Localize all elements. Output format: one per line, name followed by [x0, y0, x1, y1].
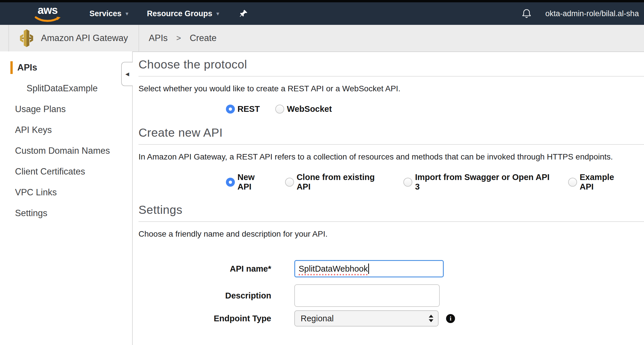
account-menu[interactable]: okta-admin-role/bilal.al-sha: [545, 9, 639, 18]
api-name-label: API name*: [138, 264, 294, 274]
section-title-settings: Settings: [138, 203, 644, 217]
sidebar: APIs SplitDataExample Usage Plans API Ke…: [0, 51, 133, 345]
sidebar-item-label: Settings: [15, 208, 47, 218]
radio-unselected-icon: [285, 178, 294, 187]
section-divider: [138, 221, 644, 222]
select-stepper-icon: [429, 315, 433, 322]
nav-right-group: okta-admin-role/bilal.al-sha: [521, 2, 639, 25]
radio-example-api[interactable]: Example API: [568, 172, 628, 192]
sidebar-item-label: Client Certificates: [15, 166, 85, 177]
radio-label: New API: [237, 172, 269, 192]
section-description: Choose a friendly name and description f…: [138, 229, 644, 239]
sidebar-item-label: Usage Plans: [15, 104, 66, 114]
aws-console-screen: aws Services ▾ Resource Groups ▾ okta-ad…: [0, 0, 644, 345]
text-cursor: [368, 264, 369, 274]
breadcrumb-separator: >: [176, 34, 181, 43]
radio-unselected-icon: [568, 178, 577, 187]
nav-menu-resource-groups-label: Resource Groups: [147, 9, 212, 18]
sidebar-item-label: Custom Domain Names: [15, 146, 110, 156]
api-name-input[interactable]: SplitDataWebhook: [294, 260, 444, 277]
chevron-left-icon: ◀: [125, 72, 129, 77]
main-content: Choose the protocol Select whether you w…: [133, 51, 644, 345]
api-gateway-icon: [18, 29, 35, 47]
radio-selected-icon: [226, 178, 235, 187]
sidebar-item-settings[interactable]: Settings: [0, 203, 132, 224]
section-description: In Amazon API Gateway, a REST API refers…: [138, 152, 644, 162]
radio-label: REST: [237, 104, 260, 114]
radio-websocket[interactable]: WebSocket: [275, 104, 332, 114]
radio-unselected-icon: [275, 105, 284, 114]
radio-label: Clone from existing API: [297, 172, 388, 192]
radio-rest[interactable]: REST: [226, 104, 260, 114]
sidebar-item-apis[interactable]: APIs: [0, 57, 132, 78]
section-divider: [138, 76, 644, 77]
description-input[interactable]: [294, 284, 440, 307]
service-home[interactable]: Amazon API Gateway: [8, 25, 139, 51]
sidebar-item-usage-plans[interactable]: Usage Plans: [0, 99, 132, 120]
api-source-radio-group: New API Clone from existing API Import f…: [226, 172, 644, 192]
endpoint-type-row: Endpoint Type Regional i: [138, 310, 644, 327]
sidebar-item-custom-domain-names[interactable]: Custom Domain Names: [0, 140, 132, 161]
sidebar-item-vpc-links[interactable]: VPC Links: [0, 182, 132, 203]
sidebar-item-label: APIs: [17, 62, 37, 73]
api-name-value: SplitDataWebhook: [299, 264, 368, 274]
sidebar-item-client-certificates[interactable]: Client Certificates: [0, 161, 132, 182]
sidebar-list: APIs SplitDataExample Usage Plans API Ke…: [0, 51, 132, 224]
sidebar-item-label: SplitDataExample: [27, 83, 98, 94]
breadcrumb-current-create: Create: [190, 33, 216, 43]
radio-label: Example API: [580, 172, 628, 192]
top-navbar: aws Services ▾ Resource Groups ▾ okta-ad…: [0, 2, 644, 25]
sidebar-item-label: VPC Links: [15, 187, 57, 198]
aws-smile-swoosh-icon: [35, 16, 61, 23]
chevron-down-icon: ▾: [216, 10, 219, 17]
sidebar-item-api-keys[interactable]: API Keys: [0, 120, 132, 140]
radio-new-api[interactable]: New API: [226, 172, 269, 192]
sidebar-item-splitdataexample[interactable]: SplitDataExample: [0, 78, 132, 99]
nav-menu-services[interactable]: Services ▾: [89, 9, 128, 18]
endpoint-type-value: Regional: [301, 314, 334, 323]
nav-menu-resource-groups[interactable]: Resource Groups ▾: [147, 9, 219, 18]
radio-import-from-swagger[interactable]: Import from Swagger or Open API 3: [403, 172, 553, 192]
section-description: Select whether you would like to create …: [138, 84, 644, 93]
description-row: Description: [138, 284, 644, 307]
section-divider: [138, 144, 644, 145]
active-indicator-bar: [10, 61, 13, 74]
api-name-row: API name* SplitDataWebhook: [138, 260, 644, 277]
chevron-down-icon: ▾: [126, 10, 128, 17]
radio-label: WebSocket: [287, 104, 332, 114]
endpoint-type-select[interactable]: Regional: [294, 310, 439, 327]
info-icon[interactable]: i: [446, 314, 455, 323]
page-body: APIs SplitDataExample Usage Plans API Ke…: [0, 51, 644, 345]
top-black-strip: [0, 0, 644, 2]
radio-unselected-icon: [403, 178, 412, 187]
section-title-create-new-api: Create new API: [138, 126, 644, 140]
protocol-radio-group: REST WebSocket: [226, 104, 644, 114]
radio-clone-from-existing-api[interactable]: Clone from existing API: [285, 172, 388, 192]
section-title-choose-protocol: Choose the protocol: [138, 58, 644, 71]
breadcrumb-bar: Amazon API Gateway APIs > Create: [0, 25, 644, 52]
breadcrumb-link-apis[interactable]: APIs: [149, 33, 168, 43]
notifications-bell-icon[interactable]: [521, 8, 532, 19]
description-label: Description: [138, 291, 294, 301]
radio-selected-icon: [226, 105, 235, 114]
breadcrumb: APIs > Create: [149, 33, 217, 43]
aws-logo[interactable]: aws: [35, 5, 60, 23]
pushpin-icon[interactable]: [238, 8, 249, 19]
nav-menu-services-label: Services: [89, 9, 121, 18]
sidebar-collapse-button[interactable]: ◀: [121, 62, 133, 86]
endpoint-type-label: Endpoint Type: [138, 314, 294, 323]
service-title: Amazon API Gateway: [41, 33, 128, 43]
radio-label: Import from Swagger or Open API 3: [415, 172, 553, 192]
sidebar-item-label: API Keys: [15, 125, 52, 135]
aws-logo-text: aws: [35, 5, 60, 16]
settings-form: API name* SplitDataWebhook Description E…: [138, 260, 644, 327]
